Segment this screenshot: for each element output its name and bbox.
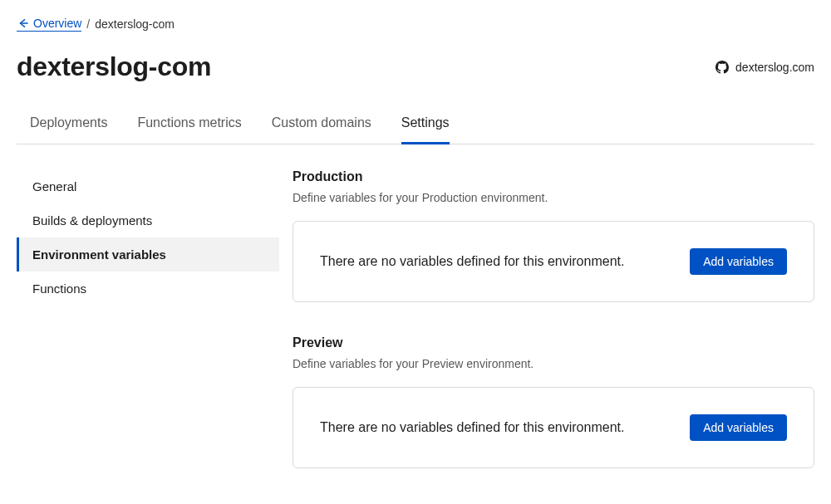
panel-production: There are no variables defined for this …	[293, 221, 814, 302]
panel-production-empty: There are no variables defined for this …	[320, 254, 624, 269]
arrow-left-icon	[17, 17, 28, 29]
repo-link[interactable]: dexterslog.com	[715, 61, 814, 74]
section-preview: Preview Define variables for your Previe…	[293, 335, 814, 468]
section-preview-desc: Define variables for your Preview enviro…	[293, 357, 814, 370]
breadcrumb-overview-link[interactable]: Overview	[17, 17, 81, 32]
section-production-desc: Define variables for your Production env…	[293, 191, 814, 204]
content: General Builds & deployments Environment…	[17, 169, 814, 502]
breadcrumb-current: dexterslog-com	[95, 17, 175, 31]
sidebar-item-functions[interactable]: Functions	[17, 272, 279, 306]
section-production: Production Define variables for your Pro…	[293, 169, 814, 302]
tab-custom-domains[interactable]: Custom domains	[272, 115, 371, 144]
tab-functions-metrics[interactable]: Functions metrics	[137, 115, 241, 144]
breadcrumb: Overview / dexterslog-com	[17, 17, 814, 32]
page-header: dexterslog-com dexterslog.com	[17, 51, 814, 82]
sidebar: General Builds & deployments Environment…	[17, 169, 279, 502]
tabs: Deployments Functions metrics Custom dom…	[17, 115, 814, 144]
section-production-title: Production	[293, 169, 814, 184]
repo-label: dexterslog.com	[735, 61, 814, 74]
section-preview-title: Preview	[293, 335, 814, 350]
tab-deployments[interactable]: Deployments	[30, 115, 107, 144]
github-icon	[715, 61, 729, 74]
add-variables-production-button[interactable]: Add variables	[690, 248, 787, 275]
panel-preview: There are no variables defined for this …	[293, 387, 814, 468]
tab-settings[interactable]: Settings	[401, 115, 450, 144]
page-title: dexterslog-com	[17, 51, 211, 82]
panel-preview-empty: There are no variables defined for this …	[320, 420, 624, 435]
sidebar-item-general[interactable]: General	[17, 169, 279, 203]
main-content: Production Define variables for your Pro…	[293, 169, 814, 502]
breadcrumb-back-label: Overview	[33, 17, 81, 30]
sidebar-item-environment-variables[interactable]: Environment variables	[17, 237, 279, 272]
add-variables-preview-button[interactable]: Add variables	[690, 414, 787, 441]
sidebar-item-builds-deployments[interactable]: Builds & deployments	[17, 203, 279, 237]
breadcrumb-separator: /	[86, 17, 90, 31]
